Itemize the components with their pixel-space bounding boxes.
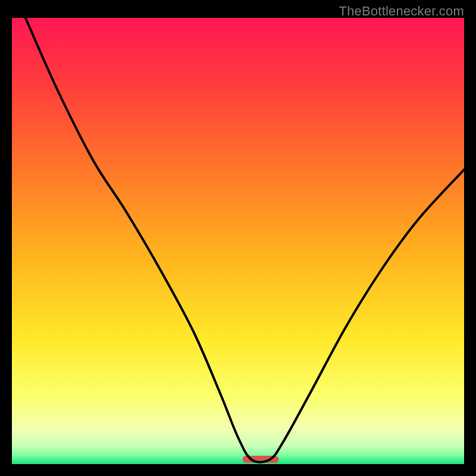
chart-frame [12,18,464,464]
watermark-text: TheBottlenecker.com [339,4,464,19]
bottleneck-chart [12,18,464,464]
chart-background [12,18,464,464]
